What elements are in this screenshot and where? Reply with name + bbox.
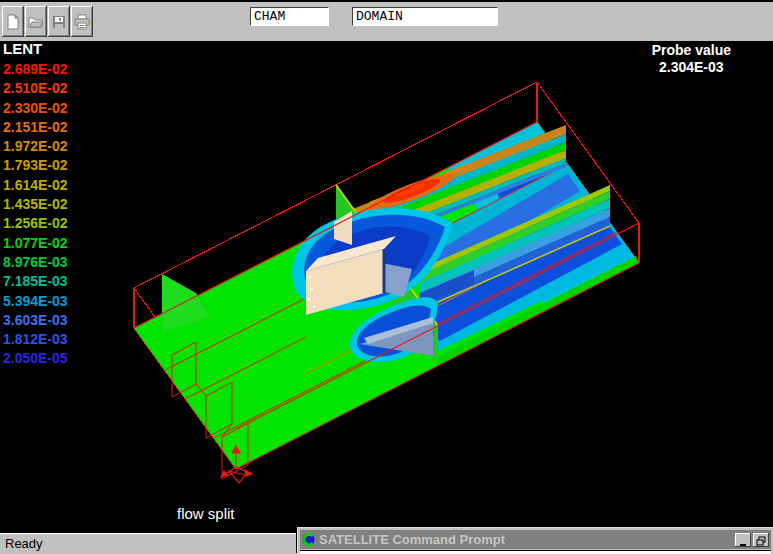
cham-field[interactable]	[250, 7, 329, 26]
probe-value: 2.304E-03	[652, 59, 731, 76]
minimize-button[interactable]	[735, 533, 751, 547]
legend-title: LENT	[3, 41, 68, 57]
domain-field[interactable]	[352, 7, 498, 26]
legend-value: 1.793E-02	[3, 156, 68, 175]
new-document-icon	[5, 14, 21, 30]
print-icon	[74, 14, 90, 30]
open-folder-icon	[28, 14, 44, 30]
legend-value: 2.050E-05	[3, 349, 68, 368]
legend-value: 1.972E-02	[3, 137, 68, 156]
color-legend: LENT 2.689E-022.510E-022.330E-022.151E-0…	[3, 41, 68, 369]
toolbar	[0, 0, 773, 41]
save-icon	[51, 14, 67, 30]
open-button[interactable]	[25, 6, 47, 37]
legend-value: 8.976E-03	[3, 253, 68, 272]
command-window-title: SATELLITE Command Prompt	[319, 533, 733, 547]
maximize-icon	[756, 536, 766, 547]
probe-readout: Probe value 2.304E-03	[652, 42, 731, 76]
status-text: Ready	[5, 536, 43, 551]
graphics-viewport[interactable]: LENT 2.689E-022.510E-022.330E-022.151E-0…	[0, 41, 773, 533]
legend-value: 1.077E-02	[3, 234, 68, 253]
satellite-logo-icon	[302, 533, 315, 546]
minimize-icon	[739, 538, 747, 547]
print-button[interactable]	[71, 6, 93, 37]
new-button[interactable]	[2, 6, 24, 37]
legend-value: 2.510E-02	[3, 79, 68, 98]
satellite-command-prompt-window[interactable]: SATELLITE Command Prompt	[297, 527, 773, 554]
command-window-titlebar[interactable]: SATELLITE Command Prompt	[300, 530, 771, 549]
legend-value: 1.256E-02	[3, 214, 68, 233]
legend-value: 2.330E-02	[3, 99, 68, 118]
command-window-client[interactable]	[300, 550, 771, 554]
maximize-button[interactable]	[753, 533, 769, 547]
legend-items: 2.689E-022.510E-022.330E-022.151E-021.97…	[3, 60, 68, 369]
plot-caption: flow split	[177, 505, 235, 523]
legend-value: 7.185E-03	[3, 272, 68, 291]
legend-value: 1.614E-02	[3, 176, 68, 195]
legend-value: 3.603E-03	[3, 311, 68, 330]
legend-value: 1.435E-02	[3, 195, 68, 214]
probe-label: Probe value	[652, 42, 731, 59]
legend-value: 2.151E-02	[3, 118, 68, 137]
legend-value: 5.394E-03	[3, 292, 68, 311]
legend-value: 2.689E-02	[3, 60, 68, 79]
save-button[interactable]	[48, 6, 70, 37]
legend-value: 1.812E-03	[3, 330, 68, 349]
flow-visualization[interactable]	[0, 41, 773, 533]
